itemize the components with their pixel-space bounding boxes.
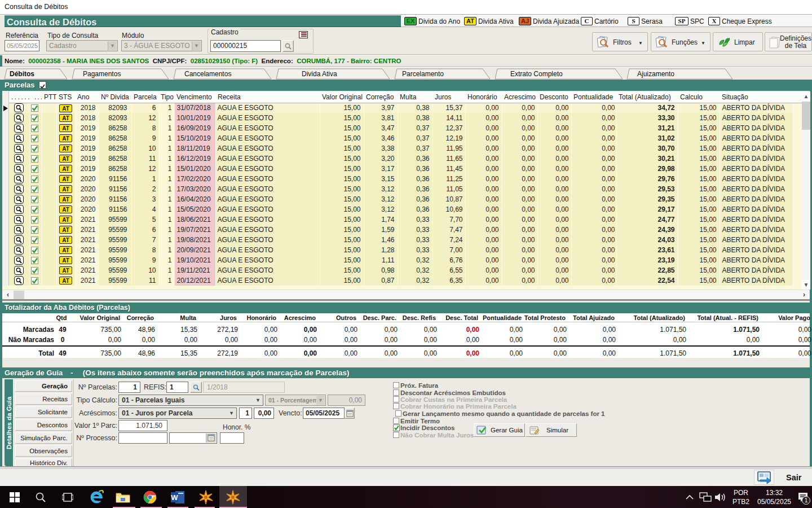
svg-text:W: W [171,493,178,502]
